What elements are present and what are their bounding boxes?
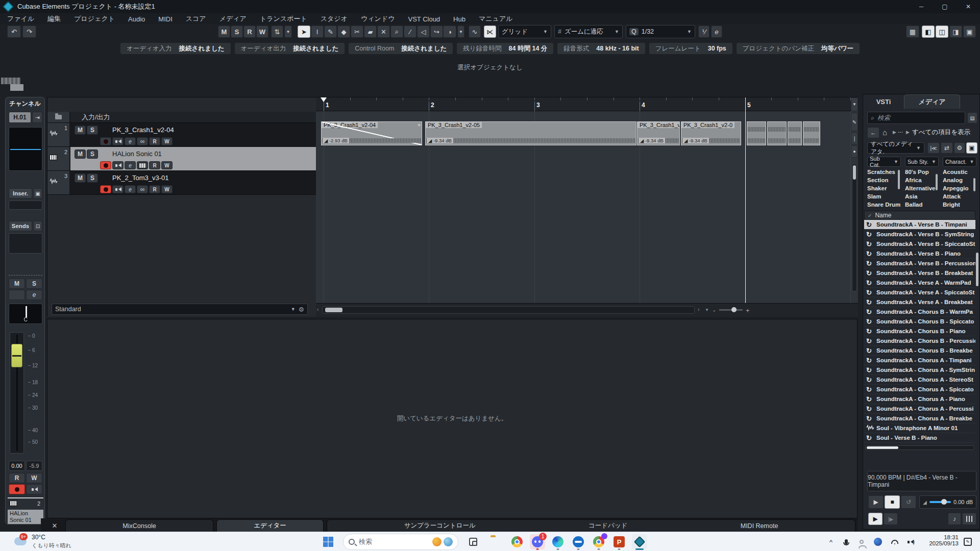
tab-chord-pads[interactable]: コードパッド (589, 521, 627, 530)
channel-monitor-button[interactable] (26, 484, 42, 494)
media-item[interactable]: ↻SoundtrackA - Verse B - SymString (864, 230, 975, 239)
volume-value[interactable]: 0.00 (9, 461, 25, 471)
weather-desc[interactable]: くもり時々晴れ (32, 542, 71, 549)
channel-export-icon[interactable]: ⇥ (32, 112, 42, 123)
filter-scroll-thumb[interactable] (973, 178, 975, 191)
preview-play-button[interactable]: ▶ (868, 495, 884, 509)
result-view-options-icon[interactable]: ▤ (967, 112, 977, 123)
audio-clip[interactable]: PK_3_Crash1_v2-04»◢ -2.93 dB (321, 121, 422, 145)
chrome-profile-icon[interactable] (591, 534, 606, 549)
media-item[interactable]: ↻SoundtrackA - Verse A - WarmPad (864, 278, 975, 288)
audio-clip-small[interactable] (747, 121, 766, 145)
menu-12[interactable]: マニュアル (479, 14, 513, 23)
filter-item[interactable]: Acoustic (943, 169, 976, 177)
weather-widget[interactable]: 9+ (14, 534, 30, 549)
media-item[interactable]: ↻SoundtrackA - Verse B - Piano (864, 249, 975, 259)
audio-clip[interactable]: PK_3_Crash1_v2-05◢ -9.34 dB (425, 121, 636, 145)
filter-item[interactable]: Attack (943, 193, 976, 202)
io-row[interactable]: 入力/出力 (47, 112, 316, 123)
status-chip-3[interactable]: 残り録音時間84 時間 14 分 (457, 43, 553, 54)
track-write-button[interactable]: W (161, 137, 173, 145)
channel-mute-button[interactable]: M (9, 279, 25, 289)
track-edit-button[interactable]: e (125, 161, 136, 169)
filter-item[interactable]: Bright (943, 202, 976, 208)
channel-edit-button[interactable]: e (26, 290, 42, 300)
tray-clock[interactable]: 18:31 2025/09/13 (922, 534, 959, 546)
filter-item[interactable]: Analog (943, 177, 976, 185)
erase-tool[interactable]: ◆ (337, 26, 350, 38)
preview-volume-control[interactable]: ◢ 0.00 dB (919, 495, 976, 509)
filter-item[interactable]: Arpeggio (943, 185, 976, 193)
tab-sampler-control[interactable]: サンプラーコントロール (404, 521, 476, 530)
home-icon[interactable]: ⌂ (883, 128, 887, 137)
peak-value[interactable]: -5.9 (26, 461, 42, 471)
close-lower-zone-icon[interactable]: ✕ (49, 520, 60, 531)
track-row-3[interactable]: 3MSPK_2_Tom3_v3-01e∞RW (47, 171, 316, 195)
tab-editor[interactable]: エディター (216, 519, 324, 532)
track-monitor-button[interactable] (112, 161, 124, 169)
tray-mic-icon[interactable] (840, 534, 852, 549)
edge-icon[interactable] (550, 534, 566, 549)
crossfade-icon[interactable]: ∿ (469, 26, 481, 38)
track-row-1[interactable]: 1MSPK_3_Crash1_v2-04e∞RW (47, 123, 316, 147)
color-tool-icon[interactable]: ◑ (443, 26, 456, 38)
tray-people-icon[interactable] (855, 534, 868, 549)
volume-knob[interactable] (941, 499, 947, 505)
media-search-input[interactable]: ⌕ 検索 (867, 112, 965, 124)
glue-tool[interactable]: ▰ (364, 26, 377, 38)
track-body[interactable]: MSPK_2_Tom3_v3-01e∞RW (70, 171, 316, 194)
menu-11[interactable]: Hub (453, 15, 465, 23)
media-type-select[interactable]: すべてのメディアタ.▼ (867, 142, 924, 154)
track-solo-button[interactable]: S (87, 149, 98, 159)
breadcrumb[interactable]: すべての項目を表示 (912, 128, 970, 137)
cubase-taskbar-icon[interactable] (632, 534, 647, 549)
start-button[interactable] (321, 534, 336, 549)
cursor-marker-icon[interactable] (321, 97, 327, 105)
channel-solo-button[interactable]: S (26, 279, 42, 289)
horizontal-scrollbar[interactable] (322, 306, 695, 314)
media-item[interactable]: ↻SoundtrackA - Chorus A - Spiccato (864, 385, 975, 394)
insert-slot[interactable] (9, 201, 42, 210)
autoscroll-button[interactable]: ⇅ (271, 26, 283, 38)
status-chip-4[interactable]: 録音形式48 kHz - 16 bit (557, 43, 645, 54)
mixer-filter-icon[interactable] (962, 513, 976, 525)
ruler-options-icon[interactable]: ▼ (851, 97, 858, 111)
menu-9[interactable]: ウィンドウ (361, 14, 395, 23)
sends-label[interactable]: Sends (9, 221, 32, 231)
filter-select-1[interactable]: Sub Sty.▼ (905, 157, 939, 167)
menu-1[interactable]: 編集 (47, 14, 61, 23)
media-item[interactable]: ↻SoundtrackA - Verse B - SpiccatoSt (864, 239, 975, 249)
track-name[interactable]: HALion Sonic 01 (112, 150, 162, 158)
media-app-icon[interactable] (571, 534, 586, 549)
tray-volume-icon[interactable]: ) (904, 534, 918, 549)
status-chip-2[interactable]: Control Room接続されました (349, 43, 453, 54)
shuffle-results-icon[interactable]: ⇄ (941, 142, 953, 154)
media-item[interactable]: ↻SoundtrackA - Chorus A - Percussi (864, 404, 975, 414)
media-item[interactable]: ↻SoundtrackA - Verse A - SpiccatoSt (864, 288, 975, 297)
track-solo-button[interactable]: S (87, 126, 98, 135)
close-button[interactable]: ✕ (957, 0, 980, 13)
filter-scroll-thumb[interactable] (936, 174, 938, 190)
settings-gear-icon[interactable]: ⚙ (954, 142, 965, 154)
name-column-header[interactable]: ✓ Name (864, 211, 975, 220)
zoom-out-icon[interactable]: - (713, 307, 715, 314)
media-item[interactable]: ↻Soul - Verse B - Piano (864, 433, 975, 443)
reset-filter-icon[interactable]: |≪ (927, 142, 940, 154)
zoom-in-icon[interactable]: + (746, 307, 750, 314)
channel-name[interactable]: H.01 (9, 112, 31, 123)
read-automation-button[interactable]: R (9, 473, 25, 483)
track-record-button[interactable] (100, 161, 111, 169)
write-automation-button[interactable]: W (26, 473, 42, 483)
gear-icon[interactable]: ⚙ (299, 306, 304, 313)
global-automation-r[interactable]: R (243, 26, 256, 38)
draw-part-icon[interactable]: ✎ (851, 113, 858, 131)
track-preset-select[interactable]: Standard▼⚙ (52, 304, 308, 315)
track-mute-button[interactable]: M (75, 126, 86, 135)
filter-item[interactable]: Section (867, 177, 901, 185)
window-layout-icon[interactable]: ▣ (963, 26, 976, 38)
range-select-tool[interactable]: I (311, 26, 324, 38)
media-item[interactable]: ↻SoundtrackA - Chorus A - Breakbe (864, 414, 975, 423)
fader-cap[interactable] (11, 344, 22, 367)
track-record-button[interactable] (100, 185, 111, 193)
tray-expand-icon[interactable]: ^ (825, 534, 837, 549)
